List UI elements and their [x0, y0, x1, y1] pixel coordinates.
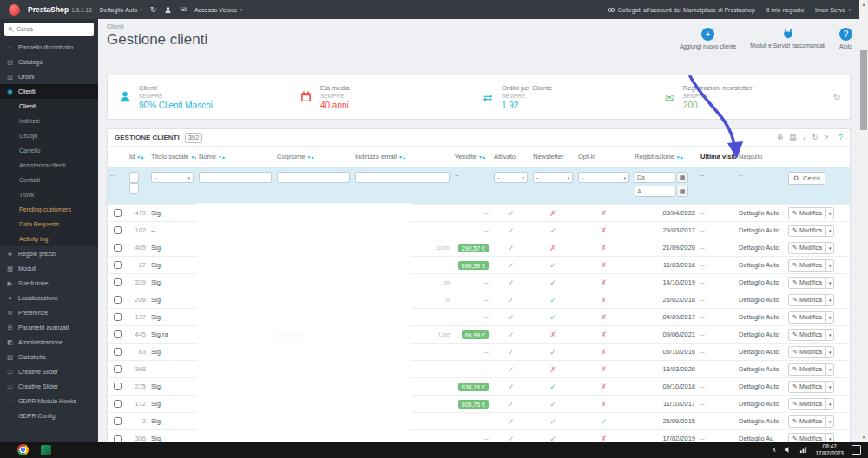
prestashop-logo[interactable]: [9, 4, 20, 16]
filter-optin-select[interactable]: -▾: [578, 172, 629, 183]
user-menu[interactable]: Imex Serve ▾: [815, 7, 851, 13]
sidebar-item-creative-slider-1[interactable]: ▭ Creative Slider: [0, 364, 98, 379]
sidebar-item-localizzazione[interactable]: ● Localizzazione: [0, 291, 98, 305]
chevron-down-icon[interactable]: ▾: [826, 278, 834, 288]
employee-button[interactable]: [164, 6, 172, 14]
quick-access-menu[interactable]: Accesso Veloce ▾: [194, 7, 242, 13]
table-row[interactable]: 445 Sig.ra Da Parijs t.be 66,99 € ✓ ✗ ✗ …: [108, 326, 850, 344]
optin-mark[interactable]: ✗: [601, 313, 608, 322]
newsletter-mark[interactable]: ✓: [549, 435, 556, 442]
panel-sql-icon[interactable]: >_: [825, 134, 833, 141]
panel-export-icon[interactable]: ↓: [802, 134, 806, 141]
sidebar-subitem-assistenza-clienti[interactable]: Assistenza clienti: [0, 158, 98, 173]
search-button[interactable]: Cerca: [788, 172, 825, 185]
sidebar-subitem-activity-log[interactable]: Activity log: [0, 232, 98, 246]
sidebar-item-pannello-di-controllo[interactable]: ⌂ Pannello di controllo: [0, 40, 98, 55]
my-shop-link[interactable]: Il mio negozio: [766, 7, 804, 13]
sidebar-search[interactable]: [4, 23, 94, 36]
chevron-down-icon[interactable]: ▾: [826, 364, 834, 375]
sidebar-subitem-trovk[interactable]: Trovk: [0, 187, 98, 202]
chevron-down-icon[interactable]: ▾: [826, 208, 834, 219]
filter-date-to-input[interactable]: [635, 186, 674, 197]
clear-cache-button[interactable]: ↻: [150, 6, 157, 14]
optin-mark[interactable]: ✗: [601, 348, 608, 357]
filter-titolo-select[interactable]: -▾: [151, 172, 194, 183]
sort-icons[interactable]: ▼▲: [191, 154, 197, 160]
scroll-up-icon[interactable]: ▲: [859, 0, 868, 9]
sidebar-subitem-pending-customers[interactable]: Pending customers: [0, 202, 98, 217]
chevron-down-icon[interactable]: ▾: [826, 434, 834, 442]
optin-mark[interactable]: ✗: [601, 383, 608, 391]
sidebar-subitem-data-requests[interactable]: Data Requests: [0, 217, 98, 232]
edit-button[interactable]: ✎Modifica ▾: [788, 398, 834, 410]
newsletter-mark[interactable]: ✓: [549, 313, 556, 322]
shop-selector[interactable]: Dettaglio Auto ▾: [100, 7, 142, 13]
panel-add-icon[interactable]: ⊕: [777, 134, 783, 141]
newsletter-mark[interactable]: ✓: [549, 400, 556, 409]
edit-button[interactable]: ✎Modifica ▾: [788, 433, 834, 442]
calendar-icon[interactable]: ▦: [676, 172, 688, 183]
attivato-mark[interactable]: ✓: [508, 365, 515, 374]
edit-button[interactable]: ✎Modifica ▾: [788, 207, 834, 219]
col-ultima-visita[interactable]: Ultima visita▼▲: [698, 147, 736, 167]
sidebar-subitem-gruppi[interactable]: Gruppi: [0, 128, 98, 143]
col-vendite[interactable]: Vendite▼▲: [452, 147, 491, 167]
attivato-mark[interactable]: ✓: [508, 383, 515, 391]
sidebar-item-amministrazione[interactable]: ◩ Amministrazione: [0, 335, 98, 350]
attivato-mark[interactable]: ✓: [508, 244, 515, 252]
sidebar-item-parametri-avanzati[interactable]: ⊞ Parametri avanzati: [0, 320, 98, 335]
optin-mark[interactable]: ✗: [601, 209, 608, 218]
marketplace-link[interactable]: Collegati all'account del Marketplace di…: [608, 6, 755, 14]
optin-mark[interactable]: ✗: [601, 226, 608, 235]
optin-mark[interactable]: ✗: [601, 400, 608, 409]
optin-mark[interactable]: ✗: [601, 278, 608, 287]
attivato-mark[interactable]: ✓: [508, 278, 515, 287]
chevron-down-icon[interactable]: ▾: [826, 226, 834, 236]
table-row[interactable]: 479 Sig. -- ✓ ✗ ✗ 03/04/2022 -- Dettagli…: [108, 205, 850, 222]
table-row[interactable]: 2 Sig. -- ✓ ✓ ✓ 26/09/2015 -- Dettaglio …: [108, 413, 850, 430]
table-row[interactable]: 405 Sig. com 293,57 € ✓ ✗ ✗ 21/09/2020 -…: [108, 239, 850, 257]
row-checkbox[interactable]: [114, 278, 122, 286]
edit-button[interactable]: ✎Modifica ▾: [788, 329, 834, 341]
newsletter-mark[interactable]: ✓: [549, 383, 556, 391]
recommended-modules-button[interactable]: Moduli e Servizi raccomandati: [750, 28, 825, 49]
row-checkbox[interactable]: [114, 435, 122, 442]
filter-nome-input[interactable]: [199, 172, 272, 183]
table-row[interactable]: 368 -- -- ✓ ✗ ✗ 18/03/2020 -- Dettaglio …: [108, 361, 850, 378]
sidebar-subitem-clienti[interactable]: Clienti: [0, 99, 98, 114]
chevron-down-icon[interactable]: ▾: [826, 382, 834, 392]
sort-icons[interactable]: ▼▲: [478, 154, 485, 160]
edit-button[interactable]: ✎Modifica ▾: [788, 259, 834, 272]
edit-button[interactable]: ✎Modifica ▾: [788, 225, 834, 237]
newsletter-mark[interactable]: ✗: [549, 244, 556, 252]
edit-button[interactable]: ✎Modifica ▾: [788, 294, 834, 306]
newsletter-mark[interactable]: ✗: [549, 209, 556, 218]
row-checkbox[interactable]: [114, 348, 122, 356]
col-cognome[interactable]: Cognome▼▲: [274, 147, 352, 167]
sidebar-item-gdpr-config[interactable]: ▫ GDPR Config: [0, 409, 98, 423]
attivato-mark[interactable]: ✓: [508, 226, 515, 235]
filter-attivato-select[interactable]: -▾: [494, 172, 528, 183]
sidebar-item-preferenze[interactable]: ⚙ Preferenze: [0, 305, 98, 320]
sidebar-item-ordini[interactable]: ▥ Ordini: [0, 69, 98, 84]
filter-cognome-input[interactable]: [277, 172, 350, 183]
row-checkbox[interactable]: [114, 296, 122, 304]
filter-id-from-input[interactable]: [129, 172, 139, 183]
sidebar-item-clienti[interactable]: ◉ Clienti: [0, 84, 98, 99]
edit-button[interactable]: ✎Modifica ▾: [788, 381, 834, 393]
notifications-icon[interactable]: [852, 445, 861, 455]
col-nome[interactable]: Nome▼▲: [196, 147, 274, 167]
page-scrollbar[interactable]: ▲ ▼: [859, 0, 868, 442]
optin-mark[interactable]: ✗: [601, 330, 608, 339]
sidebar-item-gdpr-module-hooks[interactable]: ▫ GDPR Module Hooks: [0, 394, 98, 409]
calendar-icon[interactable]: ▦: [676, 186, 688, 197]
attivato-mark[interactable]: ✓: [508, 348, 515, 357]
tray-expand-icon[interactable]: ∧: [772, 447, 776, 454]
chevron-down-icon[interactable]: ▾: [826, 295, 834, 305]
sort-icons[interactable]: ▼▲: [676, 154, 683, 160]
row-checkbox[interactable]: [114, 209, 122, 217]
kpi-refresh-icon[interactable]: ↻: [833, 92, 850, 103]
table-row[interactable]: 137 Sig. -- ✓ ✓ ✗ 04/09/2017 -- Dettagli…: [108, 309, 850, 326]
scrollbar-thumb[interactable]: [860, 50, 867, 130]
attivato-mark[interactable]: ✓: [508, 313, 515, 322]
